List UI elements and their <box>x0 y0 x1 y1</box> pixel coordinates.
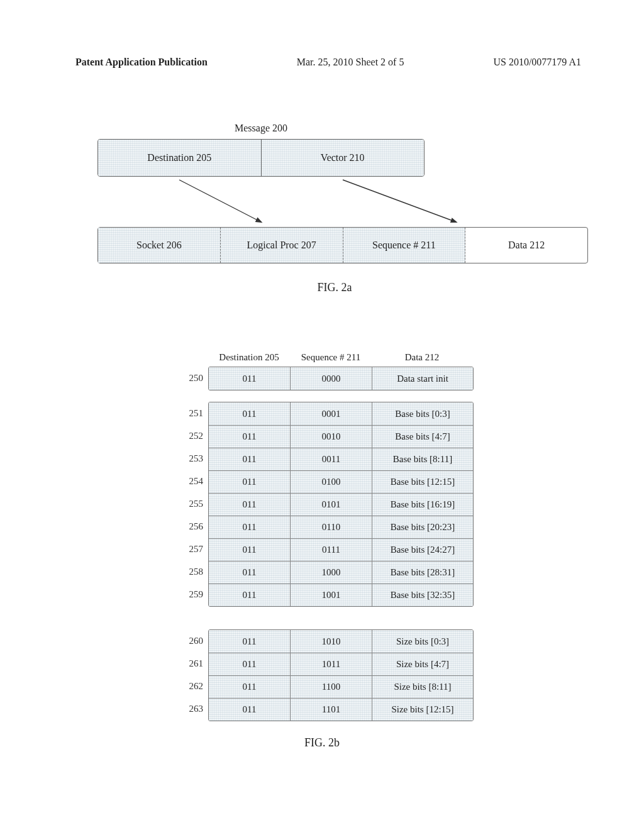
row-label: 250 <box>170 367 208 389</box>
sequence-text: Sequence # 211 <box>372 240 436 251</box>
row-label: 256 <box>170 515 208 538</box>
group-3-wrap: 260 261 262 263 0111010Size bits [0:3] 0… <box>170 629 474 721</box>
data-cell: Data 212 <box>465 228 587 263</box>
cell-dest: 011 <box>209 448 291 470</box>
header-left: Patent Application Publication <box>75 57 208 68</box>
cell-dest: 011 <box>209 425 291 448</box>
col-dest: Destination 205 <box>208 352 290 363</box>
page-header: Patent Application Publication Mar. 25, … <box>75 57 581 68</box>
cell-dest: 011 <box>209 367 291 390</box>
figure-2b-caption: FIG. 2b <box>304 736 340 750</box>
row-label: 260 <box>170 629 208 652</box>
cell-seq: 1001 <box>291 584 372 606</box>
row-label: 252 <box>170 424 208 447</box>
group-2-wrap: 251 252 253 254 255 256 257 258 259 0110… <box>170 402 474 607</box>
cell-data: Base bits [20:23] <box>372 516 473 538</box>
cell-dest: 011 <box>209 630 291 653</box>
message-label: Message 200 <box>97 123 425 134</box>
cell-data: Base bits [0:3] <box>372 402 473 425</box>
cell-seq: 1011 <box>291 653 372 675</box>
cell-data: Size bits [12:15] <box>372 698 473 721</box>
message-bottom-box: Socket 206 Logical Proc 207 Sequence # 2… <box>97 227 588 263</box>
row-label: 254 <box>170 470 208 492</box>
table-row: 250 011 0000 Data start init <box>170 367 474 390</box>
cell-seq: 0110 <box>291 516 372 538</box>
cell-data: Base bits [8:11] <box>372 448 473 470</box>
col-seq: Sequence # 211 <box>290 352 372 363</box>
cell-data: Size bits [4:7] <box>372 653 473 675</box>
table-header: Destination 205 Sequence # 211 Data 212 <box>170 352 474 363</box>
row-label: 257 <box>170 538 208 560</box>
decomposition-arrows <box>97 177 588 227</box>
cell-seq: 1100 <box>291 675 372 698</box>
group-1: 011 0000 Data start init <box>208 367 474 390</box>
row-label: 258 <box>170 560 208 583</box>
figure-2b-table: Destination 205 Sequence # 211 Data 212 … <box>170 352 474 721</box>
cell-dest: 011 <box>209 402 291 425</box>
cell-data: Base bits [12:15] <box>372 470 473 493</box>
message-top-box: Destination 205 Vector 210 <box>97 139 425 177</box>
logical-proc-text: Logical Proc 207 <box>247 240 316 251</box>
row-label: 262 <box>170 675 208 697</box>
cell-seq: 0100 <box>291 470 372 493</box>
cell-dest: 011 <box>209 698 291 721</box>
data-text: Data 212 <box>508 240 545 251</box>
figure-2a: Message 200 Destination 205 Vector 210 <box>0 123 644 294</box>
arrow-svg <box>97 177 588 227</box>
cell-dest: 011 <box>209 516 291 538</box>
socket-cell: Socket 206 <box>98 228 221 263</box>
cell-seq: 0101 <box>291 493 372 516</box>
cell-data: Base bits [16:19] <box>372 493 473 516</box>
row-label: 263 <box>170 697 208 720</box>
cell-dest: 011 <box>209 470 291 493</box>
sequence-cell: Sequence # 211 <box>343 228 466 263</box>
row-label: 251 <box>170 402 208 424</box>
row-label: 261 <box>170 652 208 675</box>
cell-seq: 1000 <box>291 561 372 584</box>
group-3: 0111010Size bits [0:3] 0111011Size bits … <box>208 629 474 721</box>
page: Patent Application Publication Mar. 25, … <box>0 0 644 830</box>
cell-data: Base bits [28:31] <box>372 561 473 584</box>
header-right: US 2010/0077179 A1 <box>493 57 581 68</box>
cell-dest: 011 <box>209 675 291 698</box>
cell-dest: 011 <box>209 584 291 606</box>
cell-data: Base bits [32:35] <box>372 584 473 606</box>
cell-dest: 011 <box>209 653 291 675</box>
cell-data: Base bits [4:7] <box>372 425 473 448</box>
socket-text: Socket 206 <box>136 240 182 251</box>
cell-seq: 0010 <box>291 425 372 448</box>
figure-2b: Destination 205 Sequence # 211 Data 212 … <box>0 352 644 750</box>
message-destination-text: Destination 205 <box>147 152 211 163</box>
cell-data: Size bits [0:3] <box>372 630 473 653</box>
cell-seq: 0001 <box>291 402 372 425</box>
logical-proc-cell: Logical Proc 207 <box>221 228 343 263</box>
cell-data: Base bits [24:27] <box>372 538 473 561</box>
row-label: 253 <box>170 447 208 470</box>
row-label: 255 <box>170 492 208 515</box>
header-mid: Mar. 25, 2010 Sheet 2 of 5 <box>297 57 404 68</box>
cell-seq: 1101 <box>291 698 372 721</box>
cell-data: Data start init <box>372 367 473 390</box>
cell-dest: 011 <box>209 538 291 561</box>
cell-dest: 011 <box>209 493 291 516</box>
cell-data: Size bits [8:11] <box>372 675 473 698</box>
cell-seq: 1010 <box>291 630 372 653</box>
message-vector-cell: Vector 210 <box>262 140 425 176</box>
group-3-labels: 260 261 262 263 <box>170 629 208 721</box>
cell-seq: 0011 <box>291 448 372 470</box>
cell-seq: 0000 <box>291 367 372 390</box>
figure-2a-caption: FIG. 2a <box>97 281 572 294</box>
message-vector-text: Vector 210 <box>321 152 365 163</box>
row-label: 259 <box>170 583 208 606</box>
cell-dest: 011 <box>209 561 291 584</box>
message-destination-cell: Destination 205 <box>98 140 262 176</box>
group-2: 0110001Base bits [0:3] 0110010Base bits … <box>208 402 474 607</box>
svg-line-0 <box>179 180 261 222</box>
cell-seq: 0111 <box>291 538 372 561</box>
group-2-labels: 251 252 253 254 255 256 257 258 259 <box>170 402 208 607</box>
col-data: Data 212 <box>372 352 472 363</box>
svg-line-1 <box>343 180 456 222</box>
